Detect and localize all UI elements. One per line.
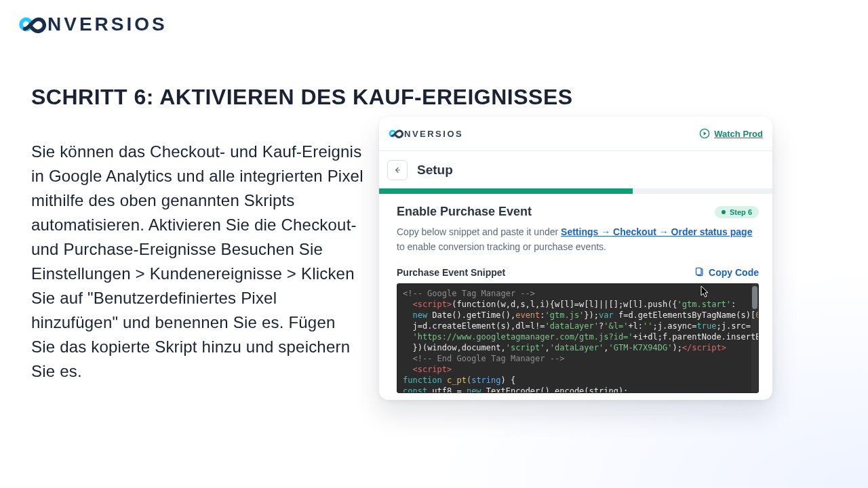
snippet-label: Purchase Event Snippet	[397, 267, 505, 278]
settings-path-link[interactable]: Settings → Checkout → Order status page	[561, 226, 752, 237]
brand: NVERSIOS	[14, 11, 167, 38]
setup-card: NVERSIOS Watch Prod Setup Enable Purchas…	[379, 117, 772, 400]
code-content: <!-- Google Tag Manager --> <script>(fun…	[397, 284, 758, 393]
arrow-left-icon	[393, 165, 402, 175]
code-scrollbar-track[interactable]	[751, 284, 758, 392]
card-content: Enable Purchase Event Step 6 Copy below …	[379, 194, 772, 400]
card-brand-text: NVERSIOS	[404, 129, 463, 139]
clipboard-icon	[694, 267, 705, 277]
step-label: Step 6	[730, 208, 752, 216]
copy-code-label: Copy Code	[709, 267, 759, 278]
watch-product-link[interactable]: Watch Prod	[699, 128, 763, 139]
progress-bar	[379, 188, 772, 194]
code-block[interactable]: <!-- Google Tag Manager --> <script>(fun…	[397, 283, 759, 393]
brand-logo-icon	[386, 126, 403, 141]
card-brand: NVERSIOS	[386, 126, 463, 141]
watch-product-label: Watch Prod	[714, 129, 763, 139]
instruction-text: Copy below snippet and paste it under Se…	[397, 224, 759, 255]
brand-logo-icon	[14, 11, 46, 38]
brand-text: NVERSIOS	[47, 14, 167, 35]
toolbar-title: Setup	[417, 163, 453, 178]
svg-rect-2	[696, 268, 702, 275]
snippet-header-row: Purchase Event Snippet Copy Code	[397, 267, 759, 278]
instruction-post: to enable conversion tracking or purchas…	[397, 241, 606, 252]
back-button[interactable]	[387, 160, 408, 180]
page-body-text: Sie können das Checkout- und Kauf-Ereign…	[31, 140, 363, 384]
content-title: Enable Purchase Event	[397, 205, 532, 219]
content-title-row: Enable Purchase Event Step 6	[397, 205, 759, 219]
play-circle-icon	[699, 128, 710, 139]
copy-code-button[interactable]: Copy Code	[694, 267, 759, 278]
step-badge: Step 6	[715, 206, 759, 218]
page-title: SCHRITT 6: AKTIVIEREN DES KAUF-EREIGNISS…	[31, 85, 573, 110]
card-header: NVERSIOS Watch Prod	[379, 117, 772, 150]
status-dot-icon	[722, 210, 726, 214]
instruction-pre: Copy below snippet and paste it under	[397, 226, 561, 237]
toolbar: Setup	[379, 150, 772, 188]
code-scrollbar-thumb[interactable]	[752, 286, 757, 309]
progress-bar-fill	[379, 188, 633, 194]
